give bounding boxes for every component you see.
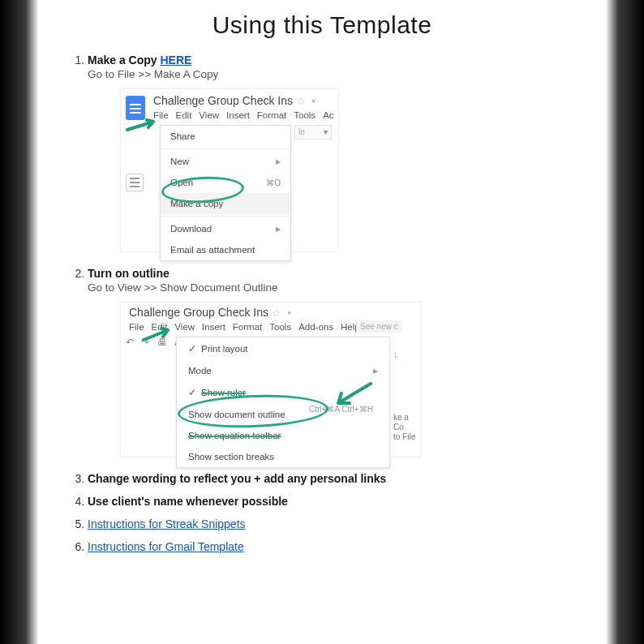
step-4: Use client's name whenever possible xyxy=(88,495,576,508)
menu2-view[interactable]: View xyxy=(174,322,195,332)
menu-view[interactable]: View xyxy=(199,110,219,120)
file-menu-dropdown: Share New▶ Open⌘O Make a copy Download▶ … xyxy=(160,125,291,261)
here-link[interactable]: HERE xyxy=(160,54,191,67)
streak-snippets-link[interactable]: Instructions for Streak Snippets xyxy=(88,517,246,530)
ruler-fragment: 1 xyxy=(393,351,397,359)
doc-title: Challenge Group Check Ins☆ ▪ xyxy=(153,94,316,107)
toolbar-fragment: le ▾ xyxy=(294,125,332,140)
menu2-addons[interactable]: Add-ons xyxy=(298,322,333,332)
menu-download[interactable]: Download▶ xyxy=(161,218,290,239)
menu-edit[interactable]: Edit xyxy=(176,110,192,120)
menu-new[interactable]: New▶ xyxy=(161,151,290,172)
menu-format[interactable]: Format xyxy=(257,110,286,120)
step-3: Change wording to reflect you + add any … xyxy=(88,472,576,485)
menu-more: Ac xyxy=(323,110,333,120)
step-5: Instructions for Streak Snippets xyxy=(88,517,576,530)
step-1-sub: Go to File >> Make A Copy xyxy=(88,68,576,80)
menu-email-attachment[interactable]: Email as attachment xyxy=(161,239,290,260)
star-icon: ☆ ▪ xyxy=(296,95,316,107)
step-2-sub: Go to View >> Show Document Outline xyxy=(88,281,576,294)
menu-make-a-copy[interactable]: Make a copy xyxy=(161,193,290,214)
screenshot-make-copy: Challenge Group Check Ins☆ ▪ FileEditVie… xyxy=(120,88,339,252)
star-icon: ☆ ▪ xyxy=(272,307,291,319)
gmail-template-link[interactable]: Instructions for Gmail Template xyxy=(88,540,244,553)
step-6: Instructions for Gmail Template xyxy=(88,540,576,553)
menu-open[interactable]: Open⌘O xyxy=(161,172,290,193)
menu2-insert[interactable]: Insert xyxy=(202,322,225,332)
see-new-changes[interactable]: See new c xyxy=(356,320,402,333)
page-title: Using this Template xyxy=(68,11,576,39)
menu-show-eq-toolbar[interactable]: Show equation toolbar xyxy=(177,425,389,446)
step-3-text: Change wording to reflect you + add any … xyxy=(88,472,386,485)
step-4-text: Use client's name whenever possible xyxy=(88,495,288,508)
annotation-arrow-icon xyxy=(126,118,161,133)
menu-print-layout[interactable]: ✓Print layout xyxy=(177,337,389,360)
outline-pane-icon xyxy=(126,174,144,191)
menu-share[interactable]: Share xyxy=(161,126,290,147)
text-fragment: ke a Coto File xyxy=(393,413,421,442)
step-list: Make a Copy HERE Go to File >> Make A Co… xyxy=(68,54,576,553)
menu-mode[interactable]: Mode▶ xyxy=(177,360,389,381)
step-1-bold: Make a Copy xyxy=(88,54,160,67)
document-page: Using this Template Make a Copy HERE Go … xyxy=(39,0,605,644)
doc-title-2: Challenge Group Check Ins☆ ▪ xyxy=(129,306,291,319)
google-docs-icon xyxy=(126,96,145,120)
menubar: FileEditViewInsertFormatToolsAc xyxy=(153,110,341,120)
menu2-tools[interactable]: Tools xyxy=(269,322,291,332)
menu-show-section-breaks[interactable]: Show section breaks xyxy=(177,446,389,467)
step-1: Make a Copy HERE Go to File >> Make A Co… xyxy=(88,54,576,252)
step-2-bold: Turn on outline xyxy=(88,267,170,280)
screenshot-show-outline: Challenge Group Check Ins☆ ▪ FileEditVie… xyxy=(120,302,422,457)
annotation-arrow-icon xyxy=(142,327,174,343)
menu2-format[interactable]: Format xyxy=(233,322,262,332)
step-2: Turn on outline Go to View >> Show Docum… xyxy=(88,267,576,457)
annotation-arrow-icon xyxy=(332,380,372,408)
menu-tools[interactable]: Tools xyxy=(294,110,316,120)
menu-insert[interactable]: Insert xyxy=(226,110,250,120)
